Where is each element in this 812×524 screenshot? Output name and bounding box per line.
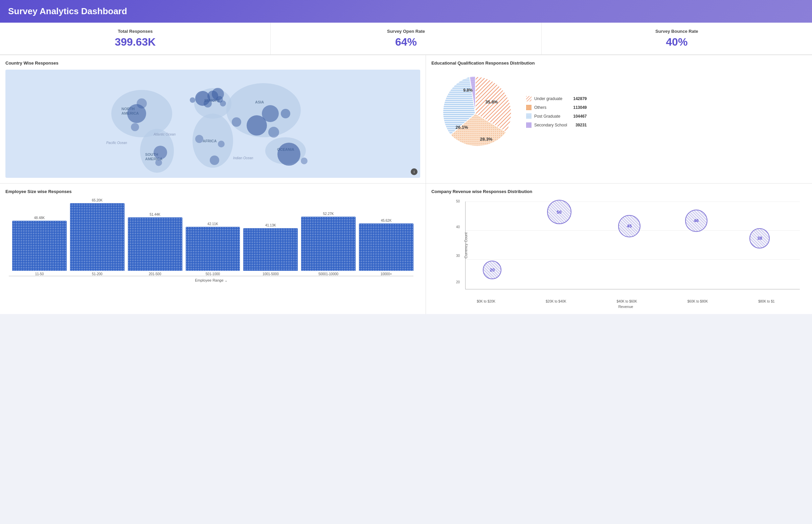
grid-line-mid2 xyxy=(465,259,800,260)
bar-group-50001-10000: 52.27K50001-10000 xyxy=(301,212,355,276)
pie-section: 35.8% 28.3% 26.1% 9.8% xyxy=(431,70,807,158)
bar-rect xyxy=(186,227,240,271)
bar-title: Employee Size wise Responses xyxy=(5,189,420,194)
svg-text:26.1%: 26.1% xyxy=(456,125,468,130)
top-charts-row: Country Wise Responses NORTH AMERICA xyxy=(0,55,812,183)
y-tick-40: 40 xyxy=(456,225,460,229)
legend-others: Others 113049 xyxy=(526,105,587,110)
grid-line-top xyxy=(465,201,800,202)
legend-swatch-others xyxy=(526,105,531,110)
bar-group-201-500: 51.44K201-500 xyxy=(128,213,182,276)
legend-value-others: 113049 xyxy=(570,105,587,110)
svg-point-35 xyxy=(218,141,225,147)
bottom-charts-row: Employee Size wise Responses 48.48K11-50… xyxy=(0,183,812,314)
svg-point-27 xyxy=(154,146,167,159)
y-tick-50: 50 xyxy=(456,199,460,203)
pie-panel: Educational Qualification Responses Dist… xyxy=(426,55,812,183)
bubble-chart: Currency Count 50 40 30 20 2050454638 xyxy=(465,201,800,289)
svg-rect-61 xyxy=(526,122,531,128)
bar-x-axis-label: Employee Range ⌄ xyxy=(9,278,413,282)
dashboard-header: Survey Analytics Dashboard xyxy=(0,0,812,23)
bar-group-501-1000: 42.11K501-1000 xyxy=(186,222,240,276)
bar-value-label: 41.13K xyxy=(265,224,276,227)
svg-point-22 xyxy=(190,97,195,103)
svg-rect-55 xyxy=(526,105,531,110)
bar-x-axis xyxy=(9,276,413,276)
bubble-46: 46 xyxy=(685,210,707,232)
svg-point-29 xyxy=(262,105,279,122)
bar-x-label: 201-500 xyxy=(149,272,161,276)
kpi-open-rate-value: 64% xyxy=(277,36,534,48)
svg-rect-52 xyxy=(526,96,531,101)
bubble-45: 45 xyxy=(618,215,640,237)
bar-x-label: 51-200 xyxy=(92,272,102,276)
pie-chart: 35.8% 28.3% 26.1% 9.8% xyxy=(431,70,519,158)
bar-value-label: 65.20K xyxy=(92,198,102,202)
bar-rect xyxy=(12,221,67,271)
svg-point-39 xyxy=(301,158,307,164)
kpi-total-responses-label: Total Responses xyxy=(7,29,264,34)
legend-swatch-undergraduate xyxy=(526,96,531,101)
svg-text:9.8%: 9.8% xyxy=(463,88,473,93)
svg-point-31 xyxy=(277,143,300,166)
svg-text:35.8%: 35.8% xyxy=(485,99,498,104)
legend-label-others: Others xyxy=(534,105,567,110)
y-tick-30: 30 xyxy=(456,254,460,258)
bar-chart: 48.48K11-5065.20K51-20051.44K201-50042.1… xyxy=(9,201,413,276)
bar-value-label: 52.27K xyxy=(323,212,334,216)
bar-x-label: 11-50 xyxy=(35,272,44,276)
bar-value-label: 45.62K xyxy=(381,219,392,223)
bar-rect xyxy=(243,228,298,271)
legend-swatch-postgrad xyxy=(526,114,531,119)
svg-text:Atlantic Ocean: Atlantic Ocean xyxy=(153,132,176,136)
svg-text:Pacific Ocean: Pacific Ocean xyxy=(106,141,127,145)
svg-point-38 xyxy=(155,159,162,166)
bar-panel: Employee Size wise Responses 48.48K11-50… xyxy=(0,183,426,314)
legend-label-secondary: Secondary School xyxy=(534,123,567,128)
map-info-icon[interactable]: i xyxy=(411,168,417,175)
svg-point-30 xyxy=(281,109,290,118)
legend-value-postgrad: 104467 xyxy=(570,114,587,119)
svg-point-33 xyxy=(232,117,241,127)
svg-point-24 xyxy=(220,100,226,107)
bubble-panel: Company Revenue wise Responses Distribut… xyxy=(426,183,812,314)
bar-x-label: 50001-10000 xyxy=(318,272,338,276)
bubble-x-axis-label: Revenue xyxy=(452,305,800,309)
svg-point-37 xyxy=(131,123,139,131)
world-map: NORTH AMERICA SOUTH AMERICA EUROPE AFRIC… xyxy=(5,70,420,178)
map-panel: Country Wise Responses NORTH AMERICA xyxy=(0,55,426,183)
bar-group-51-200: 65.20K51-200 xyxy=(70,198,125,276)
bar-rect xyxy=(70,203,125,271)
kpi-open-rate-label: Survey Open Rate xyxy=(277,29,534,34)
kpi-total-responses-value: 399.63K xyxy=(7,36,264,48)
legend-label-postgrad: Post Graduate xyxy=(534,114,567,119)
legend-label-undergraduate: Under graduate xyxy=(534,96,567,101)
y-tick-20: 20 xyxy=(456,280,460,284)
legend-secondary: Secondary School 39231 xyxy=(526,122,587,128)
bar-value-label: 42.11K xyxy=(207,222,218,226)
svg-point-26 xyxy=(137,98,147,109)
bar-rect xyxy=(128,217,182,271)
bubble-x-labels: $0K to $20K $20K to $40K $40K to $60K $6… xyxy=(452,299,800,303)
legend-swatch-secondary xyxy=(526,122,531,128)
svg-text:Indian Ocean: Indian Ocean xyxy=(233,156,253,160)
svg-text:28.3%: 28.3% xyxy=(480,136,492,142)
svg-rect-58 xyxy=(526,114,531,119)
map-title: Country Wise Responses xyxy=(5,61,420,66)
bar-value-label: 48.48K xyxy=(34,216,45,220)
legend-undergraduate: Under graduate 142879 xyxy=(526,96,587,101)
svg-point-36 xyxy=(210,155,219,165)
bubble-50: 50 xyxy=(547,200,571,224)
kpi-total-responses: Total Responses 399.63K xyxy=(0,23,271,54)
svg-point-32 xyxy=(268,127,279,137)
kpi-bounce-rate: Survey Bounce Rate 40% xyxy=(542,23,812,54)
kpi-open-rate: Survey Open Rate 64% xyxy=(271,23,541,54)
bar-group-1001-5000: 41.13K1001-5000 xyxy=(243,224,298,276)
kpi-row: Total Responses 399.63K Survey Open Rate… xyxy=(0,23,812,55)
legend-value-secondary: 39231 xyxy=(570,123,587,128)
bar-value-label: 51.44K xyxy=(149,213,160,216)
pie-legend: Under graduate 142879 Others xyxy=(526,96,587,131)
pie-title: Educational Qualification Responses Dist… xyxy=(431,61,807,66)
svg-text:ASIA: ASIA xyxy=(255,100,264,104)
bar-group-11-50: 48.48K11-50 xyxy=(12,216,67,276)
